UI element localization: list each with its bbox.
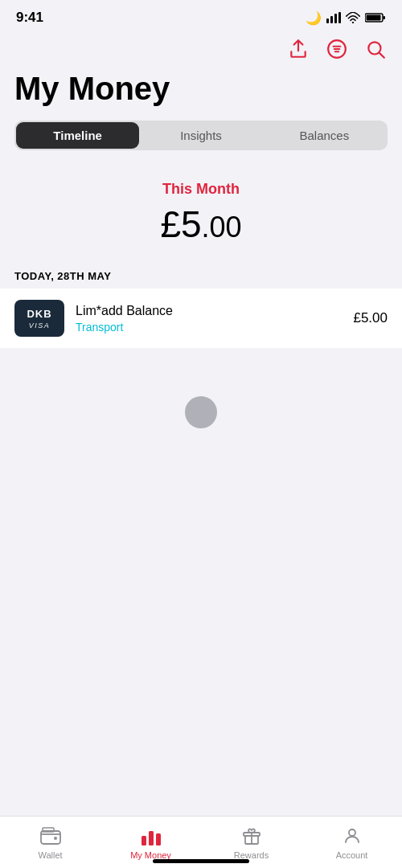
svg-point-23	[349, 829, 355, 836]
this-month-amount: £5.00	[0, 203, 402, 246]
nav-wallet[interactable]: Wallet	[23, 825, 79, 868]
transaction-info: Lim*add Balance Transport	[76, 304, 342, 334]
tab-timeline[interactable]: Timeline	[16, 122, 139, 149]
header-icons	[0, 31, 402, 64]
signal-icon	[326, 12, 341, 23]
status-icons: 🌙	[306, 10, 386, 26]
svg-point-16	[54, 837, 57, 840]
bar-chart-icon	[140, 825, 162, 847]
merchant-code: DKB	[27, 308, 51, 320]
svg-rect-14	[41, 831, 60, 844]
filter-button[interactable]	[325, 37, 349, 61]
amount-main: £5	[160, 203, 201, 245]
svg-rect-1	[330, 16, 333, 23]
date-header: TODAY, 28TH MAY	[0, 262, 402, 289]
nav-wallet-label: Wallet	[38, 850, 62, 860]
card-type: VISA	[29, 321, 51, 330]
status-bar: 9:41 🌙	[0, 0, 402, 31]
svg-rect-3	[338, 12, 341, 23]
amount-decimal: .00	[202, 211, 242, 244]
merchant-logo: DKB VISA	[14, 300, 64, 337]
wifi-icon	[346, 12, 360, 23]
page-title: My Money	[0, 64, 402, 121]
svg-rect-18	[149, 831, 154, 845]
share-button[interactable]	[286, 37, 310, 61]
wallet-icon	[39, 825, 62, 847]
svg-line-13	[379, 53, 384, 58]
svg-rect-15	[43, 828, 54, 832]
main-content: This Month £5.00 TODAY, 28TH MAY DKB VIS…	[0, 166, 402, 428]
nav-account[interactable]: Account	[324, 825, 380, 868]
segment-control: Timeline Insights Balances	[14, 121, 388, 150]
transaction-amount: £5.00	[353, 310, 388, 326]
tab-insights[interactable]: Insights	[139, 122, 262, 149]
this-month-label: This Month	[0, 181, 402, 198]
search-button[interactable]	[363, 37, 388, 61]
this-month-section: This Month £5.00	[0, 166, 402, 262]
transaction-item[interactable]: DKB VISA Lim*add Balance Transport £5.00	[0, 289, 402, 348]
gift-icon	[240, 825, 263, 847]
status-time: 9:41	[16, 10, 43, 26]
transaction-category: Transport	[76, 321, 342, 334]
home-indicator	[153, 859, 249, 863]
svg-rect-7	[367, 15, 381, 21]
svg-rect-2	[334, 14, 337, 23]
moon-icon: 🌙	[306, 10, 322, 26]
nav-account-label: Account	[336, 850, 368, 860]
svg-point-4	[352, 22, 354, 23]
tab-balances[interactable]: Balances	[263, 122, 386, 149]
scroll-indicator	[185, 396, 217, 428]
account-icon	[341, 825, 363, 847]
svg-rect-17	[142, 836, 146, 845]
svg-rect-0	[326, 18, 329, 23]
svg-rect-6	[384, 16, 386, 19]
transaction-name: Lim*add Balance	[76, 304, 342, 318]
battery-icon	[365, 12, 386, 23]
svg-rect-19	[156, 833, 161, 845]
